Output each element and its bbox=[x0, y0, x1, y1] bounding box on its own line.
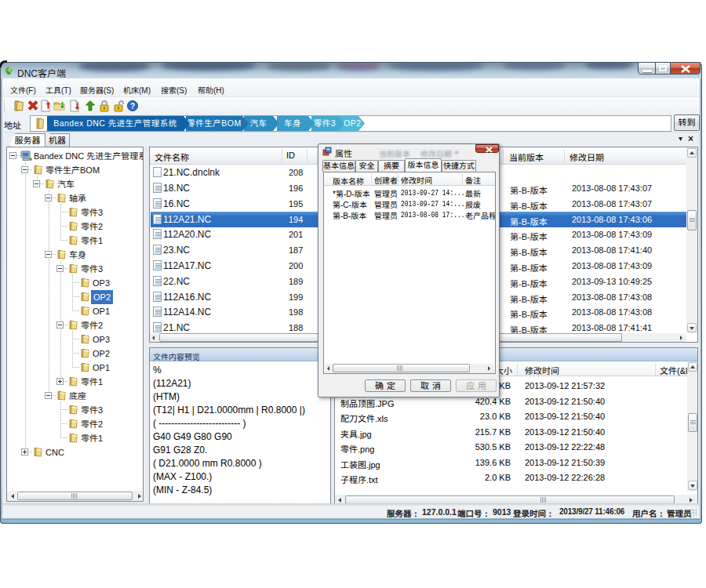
svg-text:?: ? bbox=[130, 102, 135, 111]
